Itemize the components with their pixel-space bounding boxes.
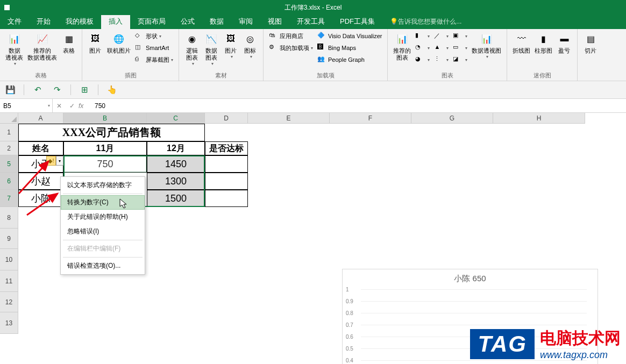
hierarchy-button[interactable]: ◔ <box>413 42 432 54</box>
datachart-label: 数据图表 <box>205 47 217 61</box>
combo-chart-button[interactable]: ◪ <box>451 54 470 66</box>
area-chart-button[interactable]: ▲ <box>432 42 451 54</box>
scatter-icon: ⋮ <box>434 55 443 64</box>
cell-b5[interactable]: 750 <box>63 155 147 173</box>
cell-header-pass[interactable]: 是否达标 <box>205 141 248 155</box>
cell-c7[interactable]: 1500 <box>147 190 205 207</box>
fx-icon[interactable]: fx <box>79 102 91 110</box>
cell-d6[interactable] <box>205 173 248 190</box>
save-button[interactable]: 💾 <box>4 84 16 96</box>
my-addins-button[interactable]: ⚙我的加载项 <box>267 42 315 54</box>
col-header-a[interactable]: A <box>18 113 63 124</box>
cell-c5[interactable]: 1450 <box>147 155 205 173</box>
name-box[interactable]: B5 <box>0 99 53 112</box>
col-header-c[interactable]: C <box>147 113 205 124</box>
confirm-formula-button[interactable]: ✓ <box>66 102 79 110</box>
touch-mode-button[interactable]: 👆 <box>106 84 118 96</box>
select-all-button[interactable] <box>0 113 18 124</box>
formula-input[interactable]: 750 <box>91 102 626 110</box>
ctx-error-help[interactable]: 关于此错误的帮助(H) <box>61 210 145 224</box>
col-header-b[interactable]: B <box>63 113 147 124</box>
treemap-button[interactable]: ▣ <box>451 30 470 42</box>
insert-cells-button[interactable]: ⊞ <box>79 84 90 96</box>
bar-chart-button[interactable]: ▮ <box>413 30 432 42</box>
shapes-button[interactable]: ◇形状 <box>133 30 175 42</box>
slicer-icon: ▤ <box>583 31 598 46</box>
row-header-8[interactable]: 8 <box>0 207 18 229</box>
error-dropdown-button[interactable]: ▾ <box>56 156 63 166</box>
online-pictures-button[interactable]: 🌐联机图片 <box>105 30 133 55</box>
cell-header-name[interactable]: 姓名 <box>18 141 63 155</box>
redo-button[interactable]: ↷ <box>51 84 63 96</box>
ctx-convert-to-number[interactable]: 转换为数字(C) <box>61 195 145 210</box>
row-header-12[interactable]: 12 <box>0 292 18 312</box>
app-store-button[interactable]: 🛍应用商店 <box>267 30 315 42</box>
row-header-6[interactable]: 6 <box>0 173 18 190</box>
visio-button[interactable]: 🔷Visio Data Visualizer <box>315 30 384 42</box>
cell-d7[interactable] <box>205 190 248 207</box>
stat-chart-button[interactable]: ▭ <box>451 42 470 54</box>
tab-pagelayout[interactable]: 页面布局 <box>130 14 173 29</box>
tab-home[interactable]: 开始 <box>29 14 58 29</box>
error-indicator-icon[interactable]: ◆! <box>46 156 56 166</box>
combo-icon: ◪ <box>453 55 461 64</box>
tab-review[interactable]: 审阅 <box>231 14 260 29</box>
smartart-button[interactable]: ◫SmartArt <box>133 42 175 54</box>
pictures-button[interactable]: 🖼图片 <box>86 30 105 55</box>
tab-view[interactable]: 视图 <box>260 14 289 29</box>
col-header-h[interactable]: H <box>493 113 585 124</box>
line-chart-button[interactable]: ／ <box>432 30 451 42</box>
col-header-g[interactable]: G <box>411 113 493 124</box>
row-header-11[interactable]: 11 <box>0 270 18 292</box>
row-header-13[interactable]: 13 <box>0 312 18 334</box>
data-chart-button[interactable]: 📉数据图表 <box>202 30 221 67</box>
cell-header-dec[interactable]: 12月 <box>147 141 205 155</box>
tab-formula[interactable]: 公式 <box>173 14 202 29</box>
ctx-error-options[interactable]: 错误检查选项(O)... <box>61 259 145 273</box>
scatter-button[interactable]: ⋮ <box>432 54 451 66</box>
col-header-e[interactable]: E <box>248 113 330 124</box>
sparkline-button[interactable]: 〰折线图 <box>510 30 532 55</box>
col-header-f[interactable]: F <box>330 113 411 124</box>
people-graph-button[interactable]: 👥People Graph <box>315 54 384 66</box>
tab-insert[interactable]: 插入 <box>101 14 130 29</box>
cell-title[interactable]: XXX公司产品销售额 <box>18 124 205 141</box>
tellme-search[interactable]: 💡 告诉我您想要做什么... <box>382 15 469 29</box>
winloss-button[interactable]: ▬盈亏 <box>554 30 574 55</box>
undo-button[interactable]: ↶ <box>32 84 44 96</box>
table-button[interactable]: ▦表格 <box>59 30 79 55</box>
visio-label: Visio Data Visualizer <box>328 33 382 39</box>
material-icon-button[interactable]: ◎图标 <box>240 30 260 60</box>
recommended-charts-button[interactable]: 📊推荐的图表 <box>391 30 413 62</box>
cell-d5[interactable] <box>205 155 248 173</box>
bing-maps-button[interactable]: 🅱Bing Maps <box>315 42 384 54</box>
tab-pdf[interactable]: PDF工具集 <box>332 14 382 29</box>
logic-chart-button[interactable]: ◉逻辑图表 <box>182 30 202 67</box>
row-header-10[interactable]: 10 <box>0 249 18 270</box>
row-header-9[interactable]: 9 <box>0 229 18 249</box>
pivot-chart-button[interactable]: 📊数据透视图 <box>470 30 503 60</box>
tab-mytemplate[interactable]: 我的模板 <box>58 14 101 29</box>
pivot-table-button[interactable]: 📊数据透视表 <box>3 30 25 67</box>
tab-data[interactable]: 数据 <box>202 14 231 29</box>
cell-header-nov[interactable]: 11月 <box>63 141 147 155</box>
worksheet-grid[interactable]: A B C D E F G H 1 2 5 6 7 8 9 10 11 12 1… <box>0 113 626 362</box>
material-pic-button[interactable]: 🖼图片 <box>221 30 240 60</box>
cell-a7[interactable]: 小陈 <box>18 190 63 207</box>
screenshot-button[interactable]: ⎙屏幕截图 <box>133 54 175 66</box>
cell-a6[interactable]: 小赵 <box>18 173 63 190</box>
cancel-formula-button[interactable]: ✕ <box>53 102 66 110</box>
col-header-d[interactable]: D <box>205 113 248 124</box>
pie-chart-button[interactable]: ◕ <box>413 54 432 66</box>
row-header-1[interactable]: 1 <box>0 124 18 141</box>
row-header-7[interactable]: 7 <box>0 190 18 207</box>
slicer-button[interactable]: ▤切片 <box>581 30 600 55</box>
sparkcolumn-button[interactable]: ▮柱形图 <box>532 30 554 55</box>
ctx-ignore-error[interactable]: 忽略错误(I) <box>61 224 145 239</box>
tab-file[interactable]: 文件 <box>0 14 29 29</box>
row-header-2[interactable]: 2 <box>0 141 18 155</box>
recommended-pivot-button[interactable]: 📈推荐的数据透视表 <box>25 30 59 62</box>
row-header-5[interactable]: 5 <box>0 155 18 173</box>
cell-c6[interactable]: 1300 <box>147 173 205 190</box>
tab-developer[interactable]: 开发工具 <box>289 14 332 29</box>
